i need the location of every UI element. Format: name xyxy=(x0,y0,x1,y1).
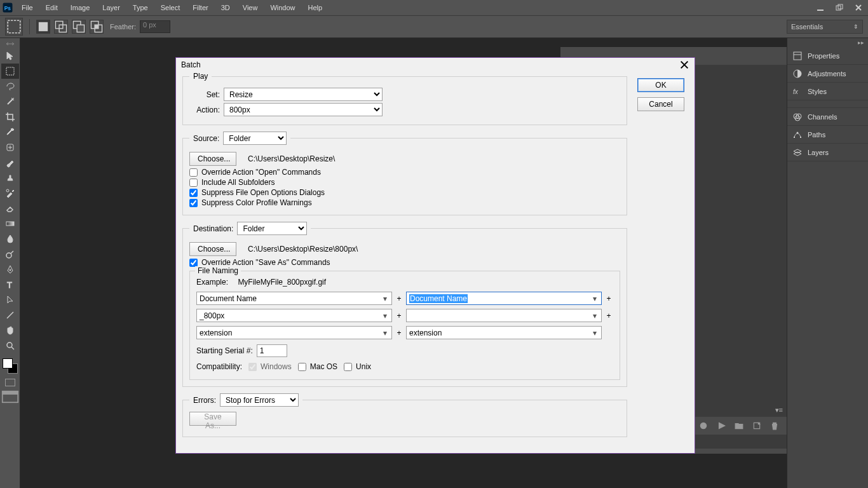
zoom-tool[interactable] xyxy=(1,338,19,353)
destination-select[interactable]: Folder xyxy=(237,222,307,235)
blur-tool[interactable] xyxy=(1,231,19,247)
panel-layers[interactable]: Layers xyxy=(787,144,868,161)
history-brush-tool[interactable] xyxy=(1,186,19,201)
include-subfolders-check[interactable]: Include All Subfolders xyxy=(189,178,620,187)
lasso-tool[interactable] xyxy=(1,79,19,94)
compat-mac-check[interactable]: Mac OS xyxy=(298,362,337,371)
action-select[interactable]: 800px xyxy=(224,103,383,116)
destination-choose-button[interactable]: Choose... xyxy=(189,242,236,256)
magic-wand-tool[interactable] xyxy=(1,94,19,109)
brush-tool[interactable] xyxy=(1,155,19,170)
hand-tool[interactable] xyxy=(1,323,19,338)
clone-stamp-tool[interactable] xyxy=(1,170,19,186)
plus-icon: + xyxy=(606,294,612,303)
marquee-new-button[interactable] xyxy=(36,20,50,34)
panel-label: Layers xyxy=(808,149,829,156)
compat-unix-check[interactable]: Unix xyxy=(344,362,371,371)
panel-paths[interactable]: Paths xyxy=(787,126,868,144)
naming-slot-1[interactable]: Document Name▾ xyxy=(196,292,392,305)
chevron-down-icon: ▾ xyxy=(381,329,390,337)
naming-slot-2[interactable]: Document Name▾ xyxy=(406,292,602,305)
gradient-tool[interactable] xyxy=(1,216,19,231)
close-button[interactable] xyxy=(849,0,868,15)
svg-point-29 xyxy=(6,253,11,258)
restore-button[interactable] xyxy=(830,0,849,15)
source-label: Source: xyxy=(193,134,219,143)
panel-properties[interactable]: Properties xyxy=(787,47,868,65)
type-tool[interactable]: T xyxy=(1,277,19,292)
panel-channels[interactable]: Channels xyxy=(787,108,868,126)
starting-serial-label: Starting Serial #: xyxy=(196,346,253,355)
record-icon[interactable] xyxy=(699,421,708,430)
move-tool[interactable] xyxy=(1,48,19,64)
healing-brush-tool[interactable] xyxy=(1,140,19,155)
panel-adjustments[interactable]: Adjustments xyxy=(787,65,868,83)
menu-filter[interactable]: Filter xyxy=(186,0,214,15)
color-swatches[interactable] xyxy=(1,357,19,375)
set-label: Set: xyxy=(189,90,220,99)
menu-view[interactable]: View xyxy=(236,0,264,15)
panels-collapse-grip[interactable]: ▸▸ xyxy=(787,38,868,47)
feather-label: Feather: xyxy=(110,23,136,30)
marquee-intersect-button[interactable] xyxy=(90,20,104,34)
dialog-close-button[interactable] xyxy=(679,60,689,70)
suppress-color-warnings-check[interactable]: Suppress Color Profile Warnings xyxy=(189,198,620,207)
active-tool-thumb[interactable] xyxy=(5,18,23,36)
menu-type[interactable]: Type xyxy=(126,0,154,15)
menu-layer[interactable]: Layer xyxy=(96,0,126,15)
menu-3d[interactable]: 3D xyxy=(215,0,236,15)
quick-mask-toggle[interactable] xyxy=(1,376,19,389)
play-icon[interactable] xyxy=(717,421,726,430)
batch-dialog: Batch OK Cancel Play Set: Resize Action xyxy=(175,57,695,454)
naming-slot-6[interactable]: extension▾ xyxy=(406,326,602,339)
right-panels: Brush ▾≡ Character Paragraph ▸▸ xyxy=(787,38,868,488)
minimize-button[interactable] xyxy=(811,0,830,15)
pen-tool[interactable] xyxy=(1,262,19,277)
panel-menu-icon[interactable]: ▾≡ xyxy=(771,406,787,414)
eyedropper-tool[interactable] xyxy=(1,125,19,140)
workspace-switcher[interactable]: Essentials ⇕ xyxy=(787,20,863,34)
dialog-titlebar[interactable]: Batch xyxy=(176,58,695,72)
dodge-tool[interactable] xyxy=(1,247,19,262)
line-tool[interactable] xyxy=(1,308,19,323)
svg-rect-12 xyxy=(77,25,84,32)
source-select[interactable]: Folder xyxy=(223,132,287,145)
trash-icon[interactable] xyxy=(770,421,779,430)
menu-image[interactable]: Image xyxy=(64,0,97,15)
panel-styles[interactable]: fx Styles xyxy=(787,83,868,100)
dialog-body: Play Set: Resize Action: 800px Sour xyxy=(182,72,688,449)
chevron-updown-icon: ⇕ xyxy=(853,24,858,30)
starting-serial-input[interactable] xyxy=(257,344,287,357)
source-choose-button[interactable]: Choose... xyxy=(189,152,236,166)
naming-slot-3[interactable]: _800px▾ xyxy=(196,309,392,322)
toolbox-collapse-grip[interactable] xyxy=(1,41,19,47)
menu-help[interactable]: Help xyxy=(302,0,329,15)
path-selection-tool[interactable] xyxy=(1,292,19,308)
override-saveas-check[interactable]: Override Action "Save As" Commands xyxy=(189,258,620,267)
plus-icon: + xyxy=(396,311,402,320)
suppress-open-dialogs-check[interactable]: Suppress File Open Options Dialogs xyxy=(189,188,620,197)
feather-input[interactable]: 0 px xyxy=(140,20,170,33)
menu-file[interactable]: File xyxy=(15,0,39,15)
naming-slot-5[interactable]: extension▾ xyxy=(196,326,392,339)
set-select[interactable]: Resize xyxy=(224,88,383,101)
screen-mode-toggle[interactable] xyxy=(1,390,19,403)
naming-slot-4[interactable]: ▾ xyxy=(406,309,602,322)
foreground-swatch[interactable] xyxy=(3,358,13,369)
rectangular-marquee-tool[interactable] xyxy=(1,64,19,79)
plus-icon: + xyxy=(396,329,402,337)
folder-icon[interactable] xyxy=(735,421,743,430)
eraser-tool[interactable] xyxy=(1,201,19,216)
marquee-subtract-button[interactable] xyxy=(72,20,86,34)
svg-rect-15 xyxy=(95,25,98,29)
override-open-check[interactable]: Override Action "Open" Commands xyxy=(189,168,620,177)
marquee-add-button[interactable] xyxy=(54,20,68,34)
errors-select[interactable]: Stop for Errors xyxy=(220,393,299,407)
menu-select[interactable]: Select xyxy=(154,0,187,15)
crop-tool[interactable] xyxy=(1,109,19,125)
combo-value: _800px xyxy=(200,311,224,320)
menu-window[interactable]: Window xyxy=(264,0,301,15)
menu-edit[interactable]: Edit xyxy=(39,0,64,15)
new-icon[interactable] xyxy=(752,421,761,430)
check-label: Suppress File Open Options Dialogs xyxy=(201,188,325,197)
